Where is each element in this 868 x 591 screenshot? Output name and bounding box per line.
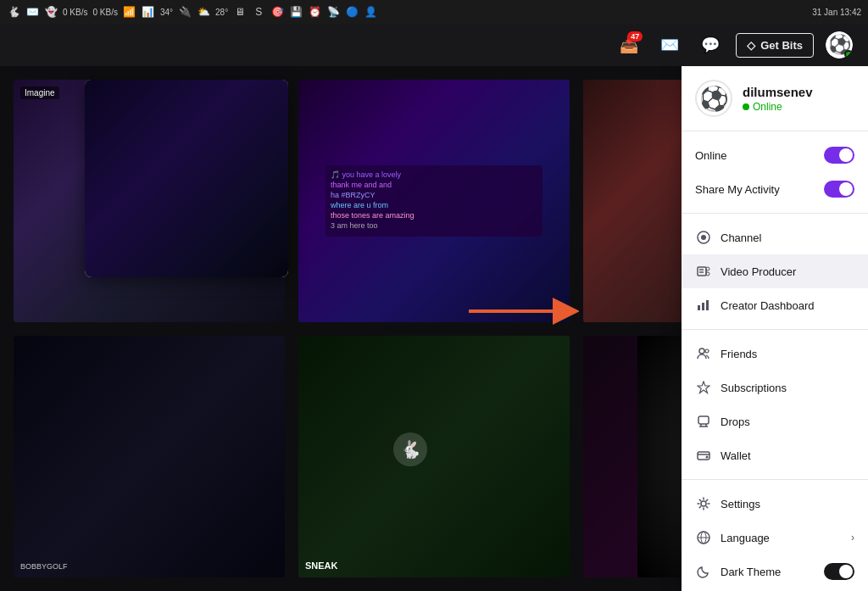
dark-bg-2: SNEAK <box>298 336 570 578</box>
online-toggle[interactable] <box>824 147 854 164</box>
svg-point-2 <box>701 235 706 240</box>
settings-label: Settings <box>721 498 854 510</box>
online-label: Online <box>695 149 815 162</box>
subscriptions-row[interactable]: Subscriptions <box>682 371 868 404</box>
wallet-row[interactable]: Wallet <box>682 438 868 472</box>
thumb-label-5: SNEAK <box>305 560 338 571</box>
language-row[interactable]: Language › <box>682 521 868 555</box>
settings-section: Settings Language › <box>682 480 868 591</box>
display-icon: 🖥 <box>233 5 247 19</box>
creator-dashboard-label: Creator Dashboard <box>721 299 854 312</box>
svg-marker-14 <box>698 382 709 393</box>
stream-card-thumbnail <box>85 80 288 164</box>
channel-row[interactable]: Channel <box>682 220 868 254</box>
share-activity-knob <box>839 182 853 196</box>
dark-theme-toggle[interactable] <box>824 563 854 580</box>
ghost-icon: 👻 <box>44 5 58 19</box>
s-icon: S <box>252 5 265 19</box>
video-producer-label: Video Producer <box>721 265 854 278</box>
svg-rect-19 <box>698 452 709 460</box>
dark-theme-row[interactable]: Dark Theme <box>682 555 868 588</box>
online-row[interactable]: Online <box>682 138 868 172</box>
dropdown-menu: ⚽ dilumsenev Online Online Share My Acti… <box>682 66 868 591</box>
drops-row[interactable]: Drops <box>682 404 868 438</box>
svg-rect-11 <box>706 300 709 310</box>
mail-icon: ✉️ <box>25 5 39 19</box>
social-section: Friends Subscriptions <box>682 330 868 480</box>
notification-count: 47 <box>627 31 643 42</box>
rabbit-icon: 🐇 <box>7 5 20 19</box>
stream-card[interactable]: 🎸 paratune Music 3.9K viewers English pa… <box>85 80 288 277</box>
stream-thumb-4[interactable]: BOBBYGOLF <box>14 336 285 578</box>
stream-label-1: Imagine <box>20 86 59 99</box>
dropdown-username: dilumsenev <box>743 85 813 99</box>
message-icon: ✉️ <box>660 36 679 54</box>
video-producer-icon <box>695 263 712 280</box>
subscriptions-icon <box>695 379 712 396</box>
svg-point-20 <box>706 456 709 459</box>
svg-point-13 <box>705 349 709 353</box>
friends-row[interactable]: Friends <box>682 337 868 371</box>
drops-label: Drops <box>721 415 854 428</box>
svg-point-21 <box>701 501 706 506</box>
top-nav: 📥 47 ✉️ 💬 ◇ Get Bits ⚽ <box>0 24 868 66</box>
stream-thumb-5[interactable]: LIVE SNEAK 🐇 <box>298 336 570 578</box>
creator-dashboard-icon <box>695 297 712 314</box>
online-section: Online Share My Activity <box>682 131 868 214</box>
notifications-button[interactable]: 📥 47 <box>614 30 644 60</box>
chat-overlay: 🎵 you have a lovely thank me and and ha … <box>326 165 542 237</box>
channel-icon <box>695 229 712 246</box>
clock-icon: ⏰ <box>308 5 321 19</box>
share-activity-row[interactable]: Share My Activity <box>682 172 868 206</box>
language-label: Language <box>721 532 843 544</box>
thumb-label-4: BOBBYGOLF <box>20 562 68 571</box>
creator-section: Channel Video Producer <box>682 214 868 330</box>
status-dot <box>743 103 749 110</box>
dropdown-header: ⚽ dilumsenev Online <box>682 66 868 131</box>
drops-icon <box>695 413 712 430</box>
stream-thumb-2[interactable]: 🎵 you have a lovely thank me and and ha … <box>298 80 570 322</box>
dropdown-avatar: ⚽ <box>695 80 732 117</box>
datetime: 31 Jan 13:42 <box>812 8 861 17</box>
wallet-icon <box>695 447 712 464</box>
chat-icon: 💬 <box>701 36 720 54</box>
language-chevron: › <box>851 532 854 544</box>
messages-button[interactable]: ✉️ <box>654 30 685 60</box>
friends-label: Friends <box>721 348 854 360</box>
dark-theme-knob <box>839 565 853 578</box>
get-bits-button[interactable]: ◇ Get Bits <box>736 33 814 58</box>
settings-icon <box>695 495 712 512</box>
dark-theme-label: Dark Theme <box>721 566 815 578</box>
creator-dashboard-row[interactable]: Creator Dashboard <box>682 288 868 322</box>
user-avatar-button[interactable]: ⚽ <box>824 30 854 60</box>
svg-rect-10 <box>702 303 704 310</box>
share-activity-toggle[interactable] <box>824 181 854 198</box>
eth-icon: 🔌 <box>178 5 192 19</box>
friends-icon <box>695 345 712 362</box>
avatar-online-indicator <box>844 50 853 59</box>
language-icon <box>695 529 712 546</box>
wifi-icon: 📡 <box>326 5 340 19</box>
dropdown-user-info: dilumsenev Online <box>743 85 813 113</box>
bits-icon: ◇ <box>747 39 755 52</box>
wallet-label: Wallet <box>721 449 854 462</box>
svg-point-12 <box>699 348 704 354</box>
dropdown-status: Online <box>743 101 813 113</box>
bluetooth-icon: 🔵 <box>345 5 359 19</box>
video-producer-row[interactable]: Video Producer <box>682 254 868 288</box>
svg-rect-9 <box>698 305 700 310</box>
hdd-icon: 💾 <box>289 5 303 19</box>
whispers-button[interactable]: 💬 <box>695 30 726 60</box>
sneak-logo: 🐇 <box>393 432 427 466</box>
bar2-icon: 📊 <box>142 5 155 19</box>
weather-temp: 28° <box>215 8 228 17</box>
online-toggle-knob <box>839 148 853 162</box>
net-up: 0 KB/s <box>63 8 87 17</box>
net-down: 0 KB/s <box>92 8 117 17</box>
settings-row[interactable]: Settings <box>682 487 868 521</box>
profile-icon: 👤 <box>364 5 377 19</box>
temp: 34° <box>160 8 173 17</box>
share-activity-label: Share My Activity <box>695 183 815 196</box>
target-icon: 🎯 <box>270 5 284 19</box>
dark-theme-icon <box>695 563 712 580</box>
